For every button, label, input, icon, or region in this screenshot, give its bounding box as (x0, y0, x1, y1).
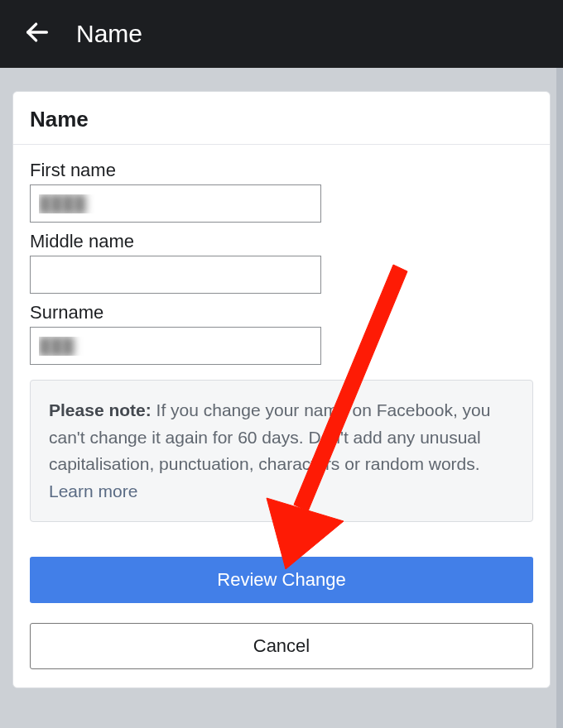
surname-field-group: Surname (30, 302, 533, 365)
name-form: First name Middle name Surname (13, 145, 550, 365)
surname-label: Surname (30, 302, 533, 323)
page-title: Name (76, 20, 142, 48)
middle-name-label: Middle name (30, 231, 533, 252)
notice-bold: Please note: (49, 400, 152, 419)
first-name-field-group: First name (30, 160, 533, 223)
card-header: Name (13, 92, 550, 145)
surname-input[interactable] (30, 327, 321, 365)
middle-name-field-group: Middle name (30, 231, 533, 294)
cancel-button[interactable]: Cancel (30, 623, 533, 669)
review-change-button[interactable]: Review Change (30, 557, 533, 603)
actions: Review Change Cancel (13, 537, 550, 687)
app-header: Name (0, 0, 563, 68)
content-area: Name First name Middle name Surname Plea… (0, 68, 563, 688)
first-name-label: First name (30, 160, 533, 181)
notice-box: Please note: If you change your name on … (30, 380, 533, 522)
middle-name-input[interactable] (30, 256, 321, 294)
first-name-input[interactable] (30, 184, 321, 223)
scrollbar[interactable] (556, 68, 563, 728)
name-card: Name First name Middle name Surname Plea… (12, 91, 551, 688)
arrow-left-icon (23, 18, 51, 50)
back-button[interactable] (23, 18, 51, 50)
card-title: Name (30, 107, 533, 132)
learn-more-link[interactable]: Learn more (49, 481, 137, 500)
